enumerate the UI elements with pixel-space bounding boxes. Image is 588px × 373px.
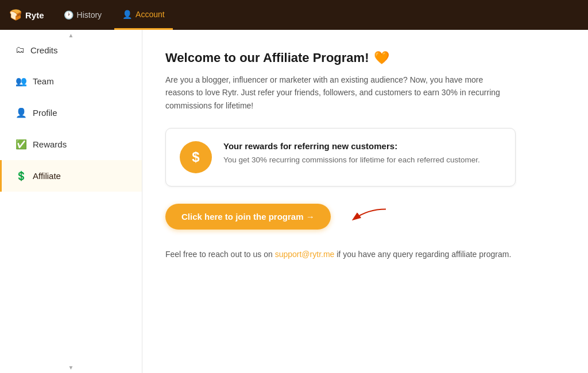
join-program-button[interactable]: Click here to join the program → — [165, 204, 331, 230]
main-layout: ▲ 🗂 Credits 👥 Team 👤 Profile ✅ Rewards 💲… — [0, 30, 588, 373]
sidebar-item-credits-label: Credits — [30, 45, 58, 55]
reward-heading: Your rewards for referring new customers… — [223, 141, 480, 151]
profile-icon: 👤 — [16, 107, 27, 118]
nav-tab-history-label: History — [77, 10, 102, 20]
support-text-prefix: Feel free to reach out to us on — [165, 250, 275, 259]
page-title-emoji: 🧡 — [374, 50, 389, 65]
history-icon: 🕐 — [64, 10, 74, 20]
page-description: Are you a blogger, influencer or markete… — [165, 73, 510, 112]
scroll-indicator-top: ▲ — [68, 32, 74, 38]
affiliate-icon: 💲 — [16, 170, 27, 181]
sidebar-item-credits[interactable]: 🗂 Credits — [0, 34, 142, 65]
page-title-text: Welcome to our Affiliate Program! — [165, 50, 369, 65]
sidebar-item-affiliate[interactable]: 💲 Affiliate — [0, 160, 142, 192]
cta-area: Click here to join the program → — [165, 204, 565, 230]
page-title: Welcome to our Affiliate Program! 🧡 — [165, 50, 565, 65]
rewards-icon: ✅ — [16, 139, 27, 150]
account-icon: 👤 — [122, 10, 132, 19]
top-nav: 🍞 Ryte 🕐 History 👤 Account — [0, 0, 588, 30]
sidebar-item-profile[interactable]: 👤 Profile — [0, 97, 142, 129]
sidebar-item-team[interactable]: 👥 Team — [0, 65, 142, 97]
sidebar-item-affiliate-label: Affiliate — [33, 171, 61, 181]
nav-tab-account[interactable]: 👤 Account — [114, 0, 173, 30]
sidebar-item-rewards-label: Rewards — [33, 139, 67, 149]
main-content: Welcome to our Affiliate Program! 🧡 Are … — [142, 30, 588, 373]
nav-tab-history[interactable]: 🕐 History — [56, 0, 110, 30]
support-text-suffix: if you have any query regarding affiliat… — [334, 250, 511, 259]
sidebar-item-rewards[interactable]: ✅ Rewards — [0, 129, 142, 160]
logo-icon: 🍞 — [9, 9, 22, 21]
reward-icon-circle: $ — [180, 141, 212, 173]
reward-text: Your rewards for referring new customers… — [223, 141, 480, 166]
reward-card: $ Your rewards for referring new custome… — [165, 128, 516, 187]
support-email-link[interactable]: support@rytr.me — [275, 250, 335, 259]
scroll-indicator-bottom: ▼ — [68, 364, 74, 371]
support-text: Feel free to reach out to us on support@… — [165, 248, 565, 262]
credits-icon: 🗂 — [16, 45, 25, 55]
arrow-container — [345, 205, 390, 228]
team-icon: 👥 — [16, 76, 27, 87]
dollar-icon: $ — [192, 149, 199, 165]
sidebar: ▲ 🗂 Credits 👥 Team 👤 Profile ✅ Rewards 💲… — [0, 30, 142, 373]
sidebar-item-team-label: Team — [33, 76, 54, 86]
sidebar-item-profile-label: Profile — [33, 108, 57, 118]
logo-label: Ryte — [25, 10, 44, 20]
join-program-button-label: Click here to join the program → — [181, 212, 315, 222]
red-arrow-icon — [345, 205, 390, 228]
nav-tab-account-label: Account — [136, 10, 165, 19]
logo[interactable]: 🍞 Ryte — [9, 9, 44, 21]
reward-body: You get 30% recurring commissions for li… — [223, 154, 480, 166]
